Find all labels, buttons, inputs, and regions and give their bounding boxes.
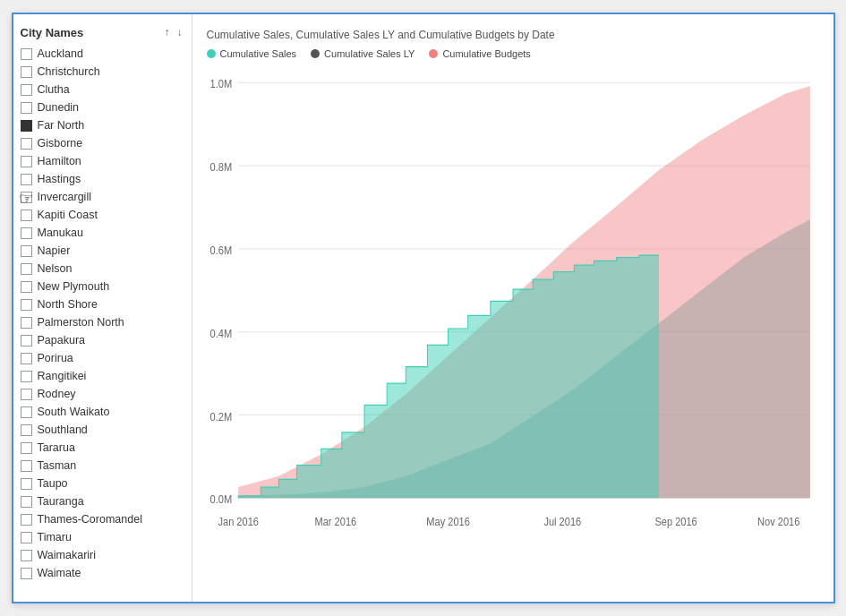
city-label: Waimakariri xyxy=(38,549,97,561)
city-checkbox[interactable] xyxy=(21,532,32,543)
sort-icons: ↑ ↓ xyxy=(163,25,184,39)
city-item[interactable]: Invercargill xyxy=(17,188,188,206)
legend-label: Cumulative Sales xyxy=(220,48,297,59)
city-item[interactable]: Hastings xyxy=(17,170,188,188)
city-checkbox[interactable] xyxy=(21,102,32,114)
svg-text:May 2016: May 2016 xyxy=(426,515,470,528)
city-checkbox[interactable] xyxy=(21,227,32,239)
city-item[interactable]: Thames-Coromandel xyxy=(17,510,188,528)
city-checkbox[interactable] xyxy=(21,174,32,185)
city-item[interactable]: New Plymouth xyxy=(17,278,188,295)
city-item[interactable]: Napier xyxy=(17,242,188,260)
city-item[interactable]: Christchurch xyxy=(17,63,188,81)
city-checkbox[interactable] xyxy=(21,120,32,132)
city-item[interactable]: Waimate xyxy=(17,564,188,582)
city-checkbox[interactable] xyxy=(21,210,32,221)
city-checkbox[interactable] xyxy=(21,84,32,96)
city-checkbox[interactable] xyxy=(21,514,32,526)
city-checkbox[interactable] xyxy=(21,371,32,382)
city-item[interactable]: Clutha xyxy=(17,81,188,98)
city-label: Dunedin xyxy=(38,101,80,114)
city-label: Thames-Coromandel xyxy=(38,513,142,526)
legend-item: Cumulative Sales LY xyxy=(311,48,414,59)
city-item[interactable]: North Shore xyxy=(17,295,188,313)
city-item[interactable]: Tasman xyxy=(17,457,188,475)
city-label: Invercargill xyxy=(38,191,91,203)
city-checkbox[interactable] xyxy=(21,550,32,561)
city-checkbox[interactable] xyxy=(21,66,32,78)
city-label: Rangitikei xyxy=(38,370,87,382)
city-checkbox[interactable] xyxy=(21,263,32,275)
city-item[interactable]: Dunedin xyxy=(17,98,188,116)
panel-title: City Names xyxy=(21,26,84,39)
city-item[interactable]: Taupo xyxy=(17,475,188,492)
city-checkbox[interactable] xyxy=(21,496,32,508)
city-item[interactable]: Palmerston North xyxy=(17,313,188,331)
svg-text:Jan 2016: Jan 2016 xyxy=(218,515,259,528)
chart-title: Cumulative Sales, Cumulative Sales LY an… xyxy=(207,29,819,41)
city-item[interactable]: Nelson xyxy=(17,260,188,278)
city-checkbox[interactable] xyxy=(21,138,32,150)
city-item[interactable]: Rangitikei xyxy=(17,367,188,385)
city-item[interactable]: Auckland xyxy=(17,45,188,63)
city-checkbox[interactable] xyxy=(21,48,32,60)
city-checkbox[interactable] xyxy=(21,245,32,257)
city-item[interactable]: Southland xyxy=(17,421,188,439)
legend-dot xyxy=(207,49,216,58)
city-checkbox[interactable] xyxy=(21,353,32,364)
city-list: AucklandChristchurchCluthaDunedinFar Nor… xyxy=(13,45,192,602)
city-label: Far North xyxy=(38,119,85,132)
city-label: Hamilton xyxy=(38,155,81,167)
city-label: Manukau xyxy=(38,227,83,239)
city-item[interactable]: Far North xyxy=(17,116,188,134)
svg-text:Sep 2016: Sep 2016 xyxy=(654,515,696,528)
city-label: Napier xyxy=(38,244,71,257)
sort-asc-icon[interactable]: ↑ xyxy=(163,25,172,39)
legend-item: Cumulative Sales xyxy=(207,48,297,59)
city-item[interactable]: Rodney xyxy=(17,385,188,403)
city-item[interactable]: Hamilton xyxy=(17,152,188,170)
legend-label: Cumulative Budgets xyxy=(442,48,530,59)
city-item[interactable]: Timaru xyxy=(17,528,188,546)
city-item[interactable]: Gisborne xyxy=(17,134,188,152)
city-item[interactable]: Tararua xyxy=(17,439,188,457)
city-checkbox[interactable] xyxy=(21,299,32,311)
city-label: Timaru xyxy=(38,531,72,543)
svg-text:0.2M: 0.2M xyxy=(209,410,232,424)
svg-text:Nov 2016: Nov 2016 xyxy=(757,515,799,528)
city-checkbox[interactable] xyxy=(21,281,32,293)
city-checkbox[interactable] xyxy=(21,460,32,472)
city-label: Palmerston North xyxy=(38,316,124,329)
city-item[interactable]: Papakura xyxy=(17,331,188,349)
svg-text:0.0M: 0.0M xyxy=(209,492,232,506)
city-checkbox[interactable] xyxy=(21,442,32,454)
svg-text:0.8M: 0.8M xyxy=(209,160,232,174)
city-checkbox[interactable] xyxy=(21,335,32,346)
sort-desc-icon[interactable]: ↓ xyxy=(175,25,184,39)
city-checkbox[interactable] xyxy=(21,478,32,490)
city-checkbox[interactable] xyxy=(21,317,32,329)
city-checkbox[interactable] xyxy=(21,156,32,167)
city-item[interactable]: Manukau xyxy=(17,224,188,242)
city-label: Auckland xyxy=(38,47,83,60)
city-label: Clutha xyxy=(38,83,70,96)
city-item[interactable]: Tauranga xyxy=(17,492,188,510)
chart-svg: 1.0M 0.8M 0.6M 0.4M 0.2M 0.0M xyxy=(207,66,819,591)
city-item[interactable]: Porirua xyxy=(17,349,188,367)
city-checkbox[interactable] xyxy=(21,406,32,418)
city-item[interactable]: Kapiti Coast xyxy=(17,206,188,224)
city-label: Gisborne xyxy=(38,137,83,150)
panel-header: City Names ↑ ↓ xyxy=(13,21,192,45)
city-checkbox[interactable] xyxy=(21,424,32,436)
city-item[interactable]: South Waikato xyxy=(17,403,188,421)
city-checkbox[interactable] xyxy=(21,389,32,400)
svg-marker-14 xyxy=(238,255,659,498)
city-item[interactable]: Waimakariri xyxy=(17,546,188,564)
city-checkbox[interactable] xyxy=(21,568,32,579)
svg-text:Mar 2016: Mar 2016 xyxy=(314,515,356,528)
city-label: Hastings xyxy=(38,173,81,185)
city-checkbox[interactable] xyxy=(21,192,32,203)
city-label: Tasman xyxy=(38,459,77,472)
legend-dot xyxy=(429,49,438,58)
city-label: Porirua xyxy=(38,352,73,364)
